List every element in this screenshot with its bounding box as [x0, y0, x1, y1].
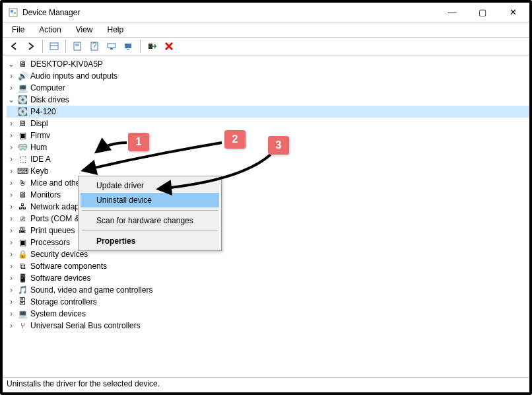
ctx-properties[interactable]: Properties — [81, 234, 219, 248]
chevron-right-icon[interactable]: › — [7, 285, 16, 295]
tree-item[interactable]: ›⧉Software components — [7, 260, 529, 272]
chevron-right-icon[interactable]: › — [7, 238, 16, 247]
chevron-right-icon[interactable]: › — [7, 202, 16, 211]
tree-item-label: Processors — [30, 238, 70, 247]
tree-item-label: Monitors — [30, 190, 61, 199]
device-icon: ⎚ — [17, 213, 28, 224]
tree-item[interactable]: ›💽P4-120 — [7, 106, 529, 118]
tree-item[interactable]: ⌄💽Disk drives — [7, 94, 529, 106]
tree-item[interactable]: ›💻Computer — [7, 82, 529, 94]
tree-item[interactable]: ›⑂Universal Serial Bus controllers — [7, 320, 529, 332]
forward-button[interactable] — [24, 39, 38, 54]
device-icon: 📱 — [17, 273, 28, 283]
device-icon: ⬚ — [17, 154, 28, 164]
tree-item-label: Software devices — [30, 273, 90, 283]
scan-icon[interactable] — [121, 39, 136, 54]
step-callout-1: 1 — [128, 133, 149, 151]
tree-item[interactable]: ›🎵Sound, video and game controllers — [7, 284, 529, 296]
svg-rect-12 — [125, 44, 131, 48]
device-icon: 🖥 — [17, 118, 28, 129]
chevron-right-icon[interactable]: › — [7, 83, 16, 92]
svg-rect-5 — [74, 42, 81, 50]
help-icon[interactable]: ? — [87, 39, 102, 54]
svg-text:?: ? — [92, 42, 97, 50]
device-icon: 💽 — [17, 94, 28, 105]
device-tree[interactable]: ⌄🖥DESKTOP-KIV0A5P›🔊Audio inputs and outp… — [3, 55, 529, 378]
tree-item-label: Storage controllers — [30, 297, 97, 306]
ctx-separator — [82, 210, 218, 211]
device-icon: ▣ — [17, 130, 28, 141]
menu-file[interactable]: File — [8, 24, 28, 36]
device-icon: 🗄 — [17, 297, 28, 307]
tree-item[interactable]: ›🔊Audio inputs and outputs — [7, 70, 529, 82]
menu-action[interactable]: Action — [35, 24, 65, 36]
ctx-scan-hardware[interactable]: Scan for hardware changes — [81, 213, 219, 228]
back-button[interactable] — [7, 39, 21, 54]
tree-item-label: Firmv — [30, 131, 50, 140]
show-panel-icon[interactable] — [47, 39, 61, 54]
chevron-right-icon[interactable]: › — [7, 71, 16, 81]
toolbar-separator — [140, 40, 141, 53]
toolbar-separator — [65, 40, 66, 53]
devices-icon[interactable] — [104, 39, 119, 54]
svg-rect-13 — [127, 49, 129, 50]
minimize-button[interactable]: — — [437, 3, 467, 22]
chevron-right-icon[interactable]: › — [7, 226, 16, 235]
tree-item[interactable]: ›💻System devices — [7, 308, 529, 320]
tree-item-label: Displ — [30, 119, 48, 128]
svg-rect-14 — [149, 44, 152, 49]
menu-view[interactable]: View — [72, 24, 97, 36]
chevron-right-icon[interactable]: › — [7, 262, 16, 271]
app-icon — [8, 7, 18, 18]
chevron-right-icon[interactable]: › — [7, 321, 16, 330]
uninstall-icon[interactable] — [162, 39, 176, 54]
device-icon: 💽 — [17, 106, 28, 117]
close-button[interactable]: ✕ — [498, 3, 528, 22]
chevron-right-icon[interactable]: › — [7, 119, 16, 128]
device-icon: 🎵 — [17, 285, 28, 295]
chevron-down-icon[interactable]: ⌄ — [7, 95, 16, 104]
chevron-right-icon[interactable]: › — [7, 143, 16, 152]
device-icon: ⧉ — [17, 261, 28, 271]
status-bar: Uninstalls the driver for the selected d… — [3, 378, 529, 390]
computer-icon: 🖥 — [17, 59, 28, 69]
tree-item[interactable]: ›📱Software devices — [7, 272, 529, 284]
tree-item-label: IDE A — [30, 155, 51, 164]
device-icon: 💻 — [17, 308, 28, 319]
tree-item-label: Hum — [30, 143, 47, 152]
tree-item-label: Audio inputs and outputs — [30, 71, 117, 81]
step-callout-2: 2 — [224, 130, 246, 149]
tree-item-label: Universal Serial Bus controllers — [30, 321, 141, 330]
svg-rect-11 — [110, 48, 113, 50]
svg-rect-1 — [11, 10, 13, 13]
chevron-right-icon[interactable]: › — [7, 297, 16, 306]
chevron-right-icon[interactable]: › — [7, 214, 16, 223]
chevron-right-icon[interactable]: › — [7, 309, 16, 318]
maximize-button[interactable]: ▢ — [467, 3, 498, 22]
tree-item-label: Security devices — [30, 250, 88, 259]
chevron-right-icon[interactable]: › — [7, 273, 16, 283]
tree-item[interactable]: ›🖥Displ — [7, 118, 529, 129]
chevron-down-icon[interactable]: ⌄ — [7, 59, 16, 69]
menu-help[interactable]: Help — [104, 24, 128, 36]
toolbar-separator — [42, 40, 43, 53]
chevron-right-icon[interactable]: › — [7, 166, 16, 176]
enable-icon[interactable] — [145, 39, 159, 54]
device-icon: 🔊 — [17, 71, 28, 81]
tree-item-label: System devices — [30, 309, 86, 318]
device-icon: 💻 — [17, 83, 28, 93]
tree-item-label: P4-120 — [30, 107, 56, 116]
tree-item-label: Keyb — [30, 166, 48, 176]
tree-item[interactable]: ›🗄Storage controllers — [7, 296, 529, 308]
tree-item-label: Print queues — [30, 226, 75, 235]
device-icon: ⑂ — [17, 320, 28, 331]
chevron-right-icon[interactable]: › — [7, 155, 16, 164]
properties-icon[interactable] — [70, 39, 84, 54]
title-bar: Device Manager — ▢ ✕ — [3, 3, 529, 22]
chevron-right-icon[interactable]: › — [7, 178, 16, 188]
ctx-separator — [82, 231, 218, 231]
chevron-right-icon[interactable]: › — [7, 131, 16, 140]
tree-root[interactable]: ⌄🖥DESKTOP-KIV0A5P — [7, 58, 529, 70]
chevron-right-icon[interactable]: › — [7, 250, 16, 259]
chevron-right-icon[interactable]: › — [7, 190, 16, 199]
